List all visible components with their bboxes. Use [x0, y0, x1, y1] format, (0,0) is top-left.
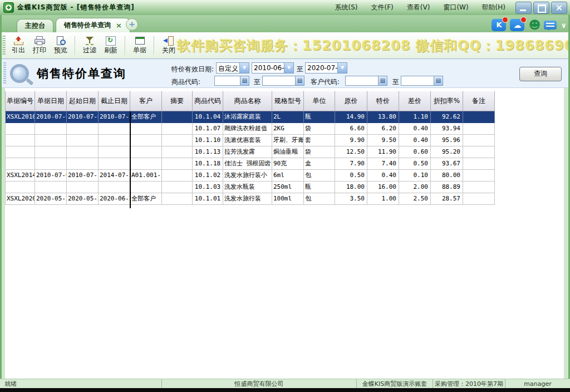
product-code-to-input[interactable]	[262, 76, 304, 86]
table-cell[interactable]: 95.20	[431, 146, 463, 158]
menu-system[interactable]: 系统(S)	[328, 3, 365, 12]
tab-main-console[interactable]: 主控台	[17, 19, 53, 32]
table-cell[interactable]: 0.40	[367, 170, 399, 182]
table-cell[interactable]	[67, 123, 99, 135]
table-row[interactable]: XSXL202002020-05-22020-05-22020-06-2全部客户…	[5, 193, 495, 205]
table-row[interactable]: 10.1.13拉芳洗发露焗油垂顺袋12.5011.900.6095.20	[5, 146, 495, 158]
menu-window[interactable]: 窗口(W)	[436, 3, 475, 12]
table-cell[interactable]: 套	[304, 135, 335, 146]
table-cell[interactable]: XSXL20200	[5, 193, 35, 205]
table-cell[interactable]: 0.40	[399, 123, 431, 135]
table-cell[interactable]	[162, 135, 193, 146]
menu-view[interactable]: 查看(V)	[400, 3, 437, 12]
table-cell[interactable]	[130, 158, 162, 170]
lookup-icon[interactable]	[240, 76, 249, 85]
table-cell[interactable]: 0.60	[399, 146, 431, 158]
table-cell[interactable]: 袋	[304, 123, 335, 135]
table-cell[interactable]	[130, 182, 162, 193]
table-cell[interactable]	[5, 158, 35, 170]
table-cell[interactable]: 10.1.02	[193, 170, 223, 182]
table-cell[interactable]: 10.1.04	[193, 111, 223, 123]
column-header[interactable]: 客户	[130, 91, 162, 111]
table-cell[interactable]	[99, 146, 130, 158]
table-cell[interactable]: A01.001-天	[130, 170, 162, 182]
table-cell[interactable]: 7.90	[335, 158, 367, 170]
table-cell[interactable]	[162, 182, 193, 193]
table-cell[interactable]	[99, 123, 130, 135]
table-cell[interactable]: 92.62	[431, 111, 463, 123]
search-button[interactable]: 查询	[519, 67, 562, 81]
table-cell[interactable]: 14.90	[335, 111, 367, 123]
table-cell[interactable]: 18.00	[335, 182, 367, 193]
table-cell[interactable]	[463, 170, 495, 182]
table-cell[interactable]	[67, 135, 99, 146]
minimize-icon[interactable]	[515, 2, 532, 14]
smiley-icon[interactable]	[528, 19, 540, 31]
table-cell[interactable]: 包	[304, 170, 335, 182]
date-to-select[interactable]: 2020-07-26	[305, 62, 347, 74]
table-cell[interactable]	[5, 146, 35, 158]
table-cell[interactable]	[5, 182, 35, 193]
table-cell[interactable]: 100ml	[272, 193, 304, 205]
table-cell[interactable]: 2L	[272, 111, 304, 123]
table-cell[interactable]: 牙刷、牙膏	[272, 135, 304, 146]
table-row[interactable]: XSXL201002010-07-02010-07-02010-07-1全部客户…	[5, 111, 495, 123]
table-cell[interactable]	[463, 146, 495, 158]
table-cell[interactable]: 88.89	[431, 182, 463, 193]
collapse-chevron-icon[interactable]	[561, 21, 567, 30]
table-cell[interactable]: 洗发水瓶装	[223, 182, 272, 193]
column-header[interactable]: 截止日期	[99, 91, 130, 111]
table-cell[interactable]: 2010-07-1	[99, 111, 130, 123]
table-cell[interactable]: 9.50	[367, 135, 399, 146]
product-code-from-input[interactable]	[214, 76, 249, 86]
table-cell[interactable]: 2.00	[399, 182, 431, 193]
table-cell[interactable]: 10.1.03	[193, 182, 223, 193]
column-header[interactable]: 单据编号	[5, 91, 35, 111]
column-header[interactable]: 备注	[463, 91, 495, 111]
table-cell[interactable]: 10.1.10	[193, 135, 223, 146]
table-cell[interactable]	[35, 146, 67, 158]
toolbar-drag-handle[interactable]	[2, 36, 6, 55]
table-cell[interactable]	[5, 135, 35, 146]
table-cell[interactable]: 0.50	[335, 170, 367, 182]
table-cell[interactable]	[463, 111, 495, 123]
table-cell[interactable]: 7.40	[367, 158, 399, 170]
table-cell[interactable]	[5, 123, 35, 135]
tab-close-icon[interactable]: ×	[116, 21, 122, 30]
table-cell[interactable]: 拉芳洗发露	[223, 146, 272, 158]
column-header[interactable]: 单位	[304, 91, 335, 111]
table-cell[interactable]: 10.1.18	[193, 158, 223, 170]
kingdee-k-icon[interactable]	[492, 19, 506, 31]
column-header[interactable]: 特价	[367, 91, 399, 111]
table-cell[interactable]: 2020-05-2	[67, 193, 99, 205]
customer-code-from-input[interactable]	[345, 76, 387, 86]
table-cell[interactable]	[130, 146, 162, 158]
table-cell[interactable]	[162, 158, 193, 170]
table-cell[interactable]: XSXL20100	[5, 111, 35, 123]
table-cell[interactable]: 包	[304, 193, 335, 205]
table-cell[interactable]: 瓶	[304, 111, 335, 123]
table-cell[interactable]	[162, 146, 193, 158]
table-cell[interactable]	[99, 135, 130, 146]
maximize-icon[interactable]	[533, 2, 549, 14]
column-header[interactable]: 起始日期	[67, 91, 99, 111]
table-cell[interactable]: 6ml	[272, 170, 304, 182]
table-cell[interactable]	[162, 193, 193, 205]
lookup-icon[interactable]	[434, 76, 443, 85]
lookup-icon[interactable]	[295, 76, 304, 85]
table-row[interactable]: 10.1.10洗漱优惠套装牙刷、牙膏套9.909.500.4095.96	[5, 135, 495, 146]
table-cell[interactable]	[130, 135, 162, 146]
table-cell[interactable]	[35, 182, 67, 193]
close-icon[interactable]	[551, 2, 567, 14]
table-cell[interactable]	[463, 123, 495, 135]
table-cell[interactable]: 10.1.13	[193, 146, 223, 158]
table-cell[interactable]	[99, 158, 130, 170]
column-header[interactable]: 单据日期	[35, 91, 67, 111]
table-cell[interactable]	[67, 182, 99, 193]
table-cell[interactable]: 10.1.07	[193, 123, 223, 135]
table-cell[interactable]: 6.20	[367, 123, 399, 135]
table-cell[interactable]: 1.00	[367, 193, 399, 205]
table-cell[interactable]: 2010-07-0	[35, 170, 67, 182]
table-cell[interactable]: 11.90	[367, 146, 399, 158]
table-cell[interactable]: 16.00	[367, 182, 399, 193]
